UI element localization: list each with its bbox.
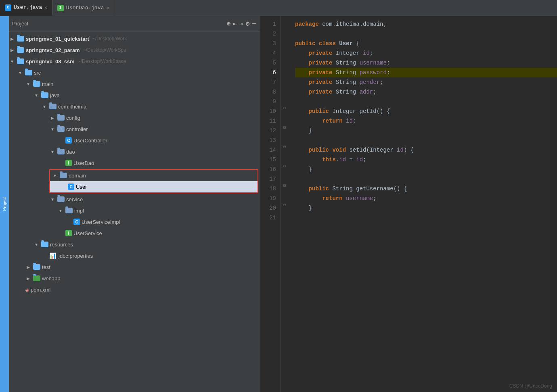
resources-label: resources xyxy=(50,242,73,248)
chevron-impl: ▼ xyxy=(57,207,64,214)
project1-name: springmvc_01_quickstart xyxy=(26,36,89,42)
code-editor: 1 2 3 4 5 6 7 8 9 10 11 12 13 14 15 16 1… xyxy=(260,16,557,392)
tab-close-user[interactable]: ✕ xyxy=(44,5,47,10)
gutter-4 xyxy=(281,45,289,55)
tab-userdao-java[interactable]: I UserDao.java ✕ xyxy=(52,0,114,16)
gutter-11 xyxy=(281,113,289,123)
gutter-17 xyxy=(281,171,289,181)
controller-label: controller xyxy=(66,126,88,132)
folder-icon-src xyxy=(25,70,32,75)
code-content: 1 2 3 4 5 6 7 8 9 10 11 12 13 14 15 16 1… xyxy=(260,16,557,392)
tab-label-user: User.java xyxy=(14,4,42,10)
folder-icon-dao xyxy=(57,149,65,154)
tree-item-config[interactable]: ▶ config xyxy=(9,112,260,123)
gutter-13 xyxy=(281,132,289,142)
project-tree: ▶ springmvc_01_quickstart ~/Desktop/Work… xyxy=(0,31,260,297)
usercontroller-label: UserController xyxy=(73,138,107,144)
fold-arrow-12[interactable]: ⊟ xyxy=(283,125,286,130)
tree-item-project2[interactable]: ▶ springmvc_02_param ~/Desktop/WorkSpa xyxy=(9,44,260,56)
gutter-1 xyxy=(281,16,289,26)
code-line-13 xyxy=(295,136,557,145)
chevron-domain: ▼ xyxy=(52,172,58,179)
code-line-8: private String addr; xyxy=(295,87,557,97)
folder-icon-project1 xyxy=(17,36,24,42)
tree-item-impl[interactable]: ▼ impl xyxy=(9,205,260,216)
fold-arrow-18[interactable]: ⊟ xyxy=(283,183,286,188)
tree-item-com-itheima[interactable]: ▼ com.itheima xyxy=(9,101,260,112)
line-num-9: 9 xyxy=(260,97,276,106)
jdbc-icon: 📊 xyxy=(49,252,56,259)
sidebar-tools: ⊕ ⇤ ⇥ ⚙ — xyxy=(227,20,256,28)
tree-item-project1[interactable]: ▶ springmvc_01_quickstart ~/Desktop/Work xyxy=(9,33,260,44)
minimize-btn[interactable]: — xyxy=(252,20,256,27)
tree-item-resources[interactable]: ▼ resources xyxy=(9,239,260,250)
chevron-resources: ▼ xyxy=(33,241,40,248)
folder-icon-controller xyxy=(57,126,65,132)
tree-item-webapp[interactable]: ▶ webapp xyxy=(9,273,260,284)
tree-item-usercontroller[interactable]: C UserController xyxy=(9,135,260,146)
tab-icon-i: I xyxy=(57,5,64,11)
tree-item-controller[interactable]: ▼ controller xyxy=(9,123,260,135)
webapp-label: webapp xyxy=(42,275,61,281)
highlight-box: ▼ domain C User xyxy=(49,169,258,193)
code-lines[interactable]: package com.itheima.domain; public class… xyxy=(289,16,557,392)
gutter-6 xyxy=(281,65,289,74)
project2-name: springmvc_02_param xyxy=(26,47,80,53)
line-numbers: 1 2 3 4 5 6 7 8 9 10 11 12 13 14 15 16 1… xyxy=(260,16,281,392)
chevron-webapp: ▶ xyxy=(25,275,31,281)
class-badge-userdao: I xyxy=(65,160,72,166)
tree-item-userdao[interactable]: I UserDao xyxy=(9,157,260,169)
tree-item-userservice[interactable]: I UserService xyxy=(9,227,260,239)
code-line-17 xyxy=(295,174,557,184)
fold-arrow-10[interactable]: ⊟ xyxy=(283,106,286,111)
tree-item-dao[interactable]: ▼ dao xyxy=(9,146,260,157)
config-label: config xyxy=(66,115,80,121)
tab-bar: C User.java ✕ I UserDao.java ✕ xyxy=(0,0,557,16)
code-line-20: } xyxy=(295,203,557,213)
fold-arrow-16[interactable]: ⊟ xyxy=(283,164,286,169)
gutter: ⊟ ⊟ ⊟ ⊟ ⊟ ⊟ xyxy=(281,16,289,392)
tree-item-jdbc[interactable]: 📊 jdbc.properties xyxy=(9,250,260,261)
tab-close-userdao[interactable]: ✕ xyxy=(106,5,109,10)
tab-user-java[interactable]: C User.java ✕ xyxy=(0,0,52,16)
tree-item-userserviceimpl[interactable]: C UserServiceImpl xyxy=(9,216,260,227)
line-num-6: 6 xyxy=(260,68,276,77)
src-label: src xyxy=(34,70,41,76)
folder-icon-config xyxy=(57,115,65,121)
fold-arrow-14[interactable]: ⊟ xyxy=(283,144,286,149)
sidebar-title: Project xyxy=(12,21,28,27)
scroll-up-btn[interactable]: ⇤ xyxy=(233,20,237,28)
project3-name: springmvc_08_ssm xyxy=(26,58,75,65)
tab-icon-c: C xyxy=(5,4,11,11)
line-num-10: 10 xyxy=(260,106,276,116)
test-label: test xyxy=(42,264,50,270)
tree-item-main[interactable]: ▼ main xyxy=(9,78,260,90)
folder-icon-project3 xyxy=(17,58,24,64)
gutter-2 xyxy=(281,26,289,35)
gutter-5 xyxy=(281,55,289,65)
scroll-down-btn[interactable]: ⇥ xyxy=(239,20,243,28)
tree-item-pomxml[interactable]: ◈ pom.xml xyxy=(9,284,260,295)
gutter-8 xyxy=(281,84,289,94)
tree-item-domain[interactable]: ▼ domain xyxy=(50,170,258,181)
project1-path: ~/Desktop/Work xyxy=(92,36,127,42)
userserviceimpl-label: UserServiceImpl xyxy=(82,219,120,225)
fold-arrow-20[interactable]: ⊟ xyxy=(283,202,286,207)
folder-icon-main xyxy=(33,81,40,87)
tree-item-user-selected[interactable]: C User xyxy=(50,181,258,192)
project-tab[interactable]: Project xyxy=(0,16,9,392)
settings-btn[interactable]: ⚙ xyxy=(246,20,250,28)
tree-item-java[interactable]: ▼ java xyxy=(9,90,260,101)
tree-item-service[interactable]: ▼ service xyxy=(9,194,260,205)
tree-item-src[interactable]: ▼ src xyxy=(9,67,260,78)
gutter-7 xyxy=(281,74,289,84)
tree-item-project3[interactable]: ▼ springmvc_08_ssm ~/Desktop/WorkSpace xyxy=(9,56,260,67)
line-num-5: 5 xyxy=(260,58,276,68)
add-btn[interactable]: ⊕ xyxy=(227,20,231,28)
line-num-17: 17 xyxy=(260,174,276,184)
java-label: java xyxy=(50,92,60,98)
gutter-20: ⊟ xyxy=(281,200,289,210)
watermark: CSDN @UncoDong xyxy=(509,383,552,389)
tree-item-test[interactable]: ▶ test xyxy=(9,261,260,273)
chevron-java: ▼ xyxy=(33,92,40,98)
